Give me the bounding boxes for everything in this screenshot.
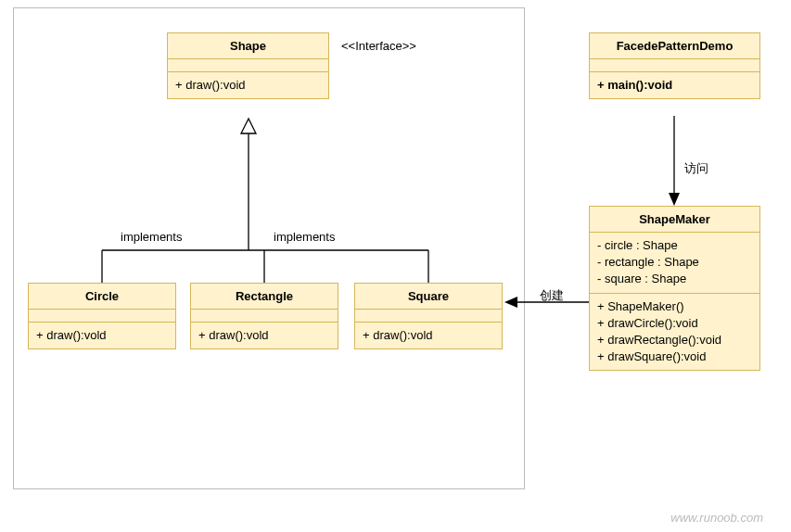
method-row: + drawRectangle():void: [597, 332, 752, 348]
class-shape-title: Shape: [168, 33, 328, 58]
visit-label: 访问: [684, 160, 708, 177]
method-row: + ShapeMaker(): [597, 298, 752, 315]
class-shape-methods: + draw():void: [168, 71, 328, 98]
interface-stereotype: <<Interface>>: [341, 39, 416, 53]
attr-row: - rectangle : Shape: [597, 254, 752, 271]
attribution: www.runoob.com: [670, 511, 763, 525]
attr-row: - square : Shape: [597, 271, 752, 287]
implements-label: implements: [274, 230, 335, 244]
class-square-methods: + draw():vold: [355, 322, 502, 348]
class-rectangle-title: Rectangle: [191, 284, 338, 309]
class-facade-demo-methods: + main():void: [590, 71, 759, 98]
attr-row: - circle : Shape: [597, 237, 752, 254]
arrowhead-visit: [669, 193, 680, 206]
class-shapemaker-title: ShapeMaker: [590, 207, 759, 232]
class-facade-demo-title: FacedePatternDemo: [590, 33, 759, 58]
class-shape-attributes: [168, 58, 328, 71]
class-circle-attributes: [29, 309, 175, 322]
class-square: Square + draw():vold: [354, 283, 503, 349]
class-rectangle-methods: + draw():vold: [191, 322, 338, 348]
class-circle: Circle + draw():vold: [28, 283, 176, 349]
class-circle-title: Circle: [29, 284, 175, 309]
method-row: + draw():vold: [36, 327, 168, 344]
method-row: + main():void: [597, 77, 752, 94]
class-facade-demo: FacedePatternDemo + main():void: [589, 32, 760, 99]
method-row: + drawCircle():void: [597, 315, 752, 332]
class-rectangle: Rectangle + draw():vold: [190, 283, 338, 349]
class-square-title: Square: [355, 284, 502, 309]
method-row: + draw():vold: [363, 327, 494, 344]
class-square-attributes: [355, 309, 502, 322]
create-label: 创建: [540, 287, 564, 304]
class-shapemaker-attributes: - circle : Shape - rectangle : Shape - s…: [590, 232, 759, 293]
method-row: + draw():vold: [198, 327, 330, 344]
method-row: + drawSquare():void: [597, 348, 752, 365]
method-row: + draw():void: [175, 77, 321, 94]
class-shapemaker-methods: + ShapeMaker() + drawCircle():void + dra…: [590, 293, 759, 371]
class-rectangle-attributes: [191, 309, 338, 322]
class-shape: Shape + draw():void: [167, 32, 329, 99]
class-facade-demo-attributes: [590, 58, 759, 71]
class-shapemaker: ShapeMaker - circle : Shape - rectangle …: [589, 206, 760, 371]
class-circle-methods: + draw():vold: [29, 322, 175, 348]
implements-label: implements: [121, 230, 182, 244]
